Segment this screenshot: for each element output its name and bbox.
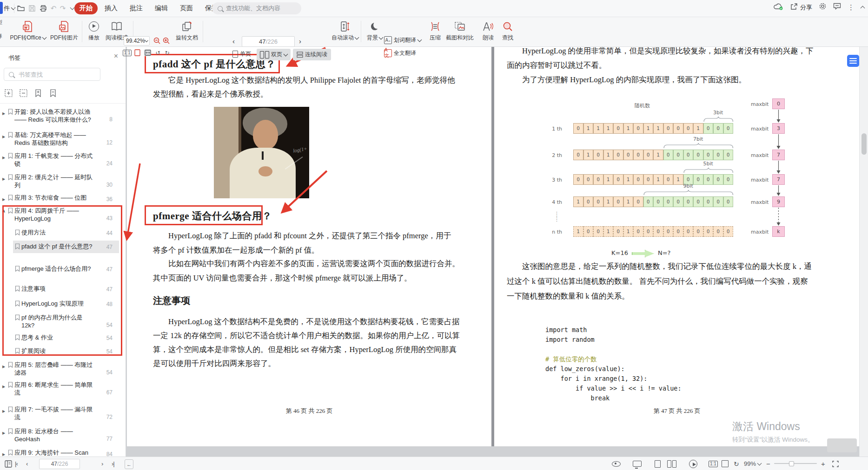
tab-开始[interactable]: 开始 [74,2,98,14]
bookmark-item[interactable]: ▶应用 2: 缓兵之计 —— 延时队列30 [2,173,121,189]
fit-width-icon[interactable] [144,49,151,56]
ribbon-page-input[interactable]: 47/226 [242,36,295,47]
next-page-icon[interactable]: › [299,37,301,45]
screenshot-compare-button[interactable]: 截图和对比 [444,20,475,42]
kebab-menu-icon[interactable]: ⋮ [848,3,855,12]
zoom-level-select[interactable]: 99% [744,457,761,470]
statusbar-page-input[interactable]: 47/226 [39,459,80,469]
single-page-button[interactable]: 单页 [232,50,251,58]
compress-button[interactable]: 压缩 [426,20,444,42]
assistant-float-button[interactable] [847,55,859,67]
zoom-in-icon[interactable] [163,37,170,45]
autoplay-icon[interactable] [689,457,697,470]
redo-icon[interactable]: ↷ [58,3,68,13]
read-aloud-button[interactable]: 朗读 [479,20,497,42]
last-page-icon[interactable]: ›| [112,457,114,470]
bookmark-item[interactable]: pfadd 这个 pf 是什么意思?47 [9,242,121,251]
bookmark-item[interactable]: ▶应用 3: 节衣缩食 —— 位图36 [2,194,121,203]
rotate-document-button[interactable]: 旋转文档 [174,20,200,42]
undo-icon[interactable]: ↶ [48,3,59,13]
bookmark-label: 应用 5: 层峦叠嶂 —— 布隆过滤器 [14,361,93,377]
presentation-icon[interactable] [633,457,642,470]
bookmark-item[interactable]: ▶应用 8: 近水楼台 —— GeoHash77 [2,427,121,443]
open-button[interactable] [16,3,26,13]
zoom-out-icon[interactable] [153,37,161,45]
back-to-position-icon[interactable]: ← [125,459,133,469]
zoom-slider-thumb[interactable] [789,461,794,466]
pdf-to-image-button[interactable]: PDF转图片 [48,20,80,42]
zoom-select[interactable]: 99.42% [124,36,150,46]
rotate-icon[interactable]: ↻ [734,457,739,470]
disclosure-triangle-icon[interactable]: ▶ [2,175,8,183]
next-page-icon[interactable]: › [101,457,103,470]
pdf-to-office-button[interactable]: PDF转Office [7,20,49,42]
zoom-slider[interactable] [774,463,817,464]
disclosure-triangle-icon[interactable]: ▶ [2,133,8,141]
tab-编辑[interactable]: 编辑 [150,2,173,14]
disclosure-triangle-icon[interactable]: ▶ [2,363,8,371]
disclosure-triangle-icon[interactable]: ▶ [2,429,8,437]
vertical-scrollbar[interactable] [859,46,868,457]
single-page-view-icon[interactable] [655,457,661,470]
double-page-view-icon[interactable] [667,457,676,470]
bookmark-item[interactable]: HyperLogLog 实现原理48 [9,300,121,308]
tab-插入[interactable]: 插入 [99,2,123,14]
maxbit-label: maxbit [751,229,769,235]
auto-scroll-button[interactable]: 自动滚动 [331,20,359,42]
disclosure-triangle-icon[interactable]: ▶ [2,154,8,162]
zoom-out-icon[interactable]: − [766,457,770,470]
continuous-read-button[interactable]: 连续阅读 [293,49,331,60]
bookmark-item[interactable]: ▶开篇: 授人以鱼不若授人以渔 —— Redis 可以用来做什么?8 [2,108,121,124]
bookmark-item[interactable]: 注意事项47 [9,285,121,294]
bookmark-item[interactable]: pf 的内存占用为什么是 12k?54 [9,313,121,329]
share-label[interactable]: 分享 [800,3,812,12]
actual-size-icon[interactable]: 1:1 [124,49,131,56]
bookmark-item[interactable]: ▶应用 1: 千帆竞发 —— 分布式锁24 [2,152,121,168]
disclosure-triangle-icon[interactable]: ▶ [2,110,8,118]
feedback-icon[interactable] [833,3,841,12]
play-button[interactable]: 播放 [85,20,103,42]
share-icon[interactable] [790,3,798,12]
tab-批注[interactable]: 批注 [125,2,148,14]
fit-page-icon[interactable] [722,457,729,470]
actual-size-icon[interactable]: 1:1 [709,457,718,470]
print-button[interactable] [38,3,48,13]
zoom-in-icon[interactable]: + [821,457,825,470]
prev-page-icon[interactable]: ‹ [26,457,27,470]
bookmark-item[interactable]: ▶应用 5: 层峦叠嶂 —— 布隆过滤器54 [2,361,121,377]
bit-cell: 0 [663,226,674,237]
background-button[interactable]: 背景 [364,20,386,42]
global-search-box[interactable]: 查找功能、文档内容 [212,2,301,14]
find-button[interactable]: 查找 [498,20,517,42]
scrollbar-thumb[interactable] [861,133,867,155]
bit-cell: 0 [703,226,714,237]
bookmark-item[interactable]: ▶应用 4: 四两拨千斤 —— HyperLogLog43 [2,207,121,222]
bookmark-item[interactable]: 思考 & 作业54 [9,333,121,342]
tab-页面[interactable]: 页面 [175,2,198,14]
bookmark-item[interactable]: pfmerge 适合什么场合用?47 [9,265,121,274]
bookmark-item[interactable]: 扩展阅读54 [9,347,121,356]
collapse-ribbon-icon[interactable] [861,6,865,11]
bookmark-item[interactable]: 使用方法44 [9,228,121,237]
bookmark-item[interactable]: ▶应用 6: 断尾求生 —— 简单限流67 [2,381,121,397]
prev-page-icon[interactable]: ‹ [232,37,235,45]
first-page-icon[interactable]: |‹ [15,457,18,470]
save-button[interactable] [27,3,37,13]
gear-icon[interactable] [819,2,827,12]
double-page-button[interactable]: 双页 [257,49,291,60]
fullscreen-icon[interactable] [832,457,839,470]
rotate-ccw-icon[interactable]: ↺ [154,49,161,56]
full-translate-button[interactable]: A文全文翻译 [384,49,416,57]
fit-page-icon[interactable] [134,49,141,56]
word-translate-button[interactable]: A₊划词翻译 [384,36,421,44]
eye-protect-icon[interactable] [612,457,621,470]
rotate-cw-icon[interactable]: ↻ [164,49,171,56]
bookmark-item[interactable]: ▶应用 7: 一毛不拔 —— 漏斗限流72 [2,405,121,421]
disclosure-triangle-icon[interactable]: ▶ [2,383,8,391]
bookmark-item[interactable]: ▶基础: 万丈高楼平地起 ——Redis 基础数据结构12 [2,131,121,147]
file-menu[interactable]: 件 [4,4,15,13]
cloud-sync-icon[interactable] [774,3,784,12]
disclosure-triangle-icon[interactable]: ▶ [2,196,8,203]
nav-panel-toggle-icon[interactable] [5,457,12,470]
disclosure-triangle-icon[interactable]: ▶ [2,407,8,415]
